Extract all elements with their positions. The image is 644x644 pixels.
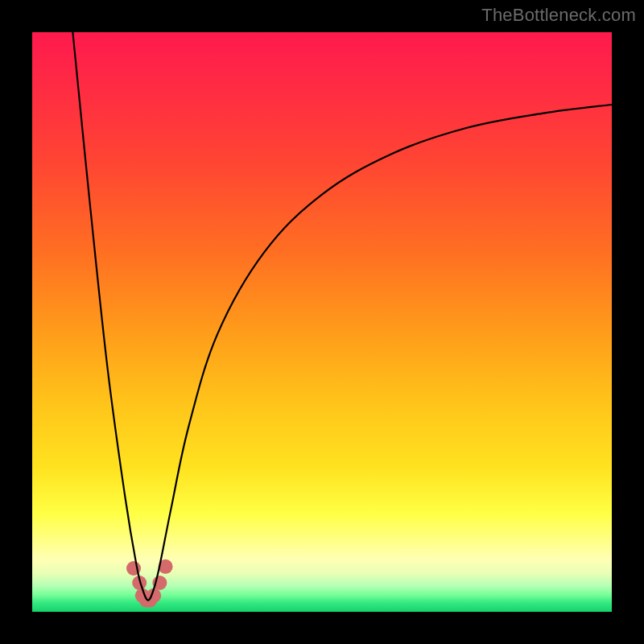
bottleneck-curve bbox=[72, 32, 612, 601]
plot-area bbox=[32, 32, 612, 612]
chart-frame: TheBottleneck.com bbox=[0, 0, 644, 644]
curve-svg bbox=[32, 32, 612, 612]
watermark-text: TheBottleneck.com bbox=[481, 5, 636, 26]
